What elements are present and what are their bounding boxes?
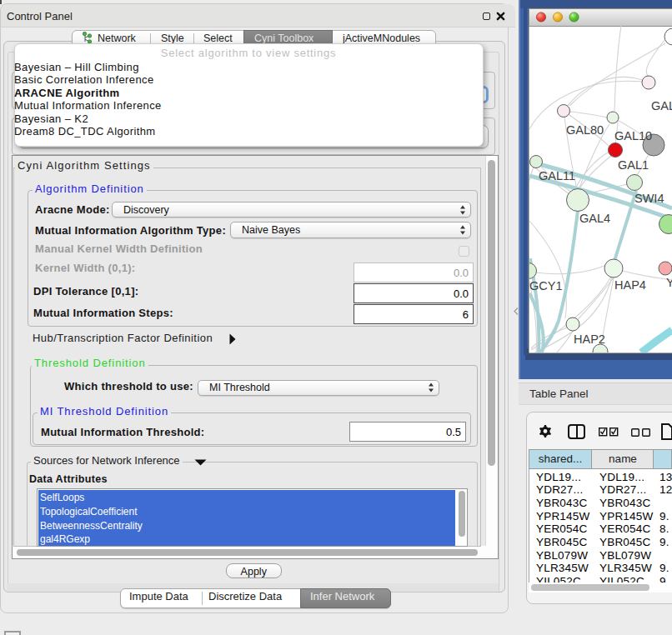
svg-text:GAL4: GAL4 <box>579 212 610 225</box>
svg-text:GAL11: GAL11 <box>539 169 575 182</box>
svg-text:SWI4: SWI4 <box>634 192 664 205</box>
svg-text:GAL7: GAL7 <box>651 99 672 112</box>
svg-text:Y: Y <box>666 276 672 289</box>
svg-text:HAP4: HAP4 <box>614 278 646 292</box>
svg-text:GAL1: GAL1 <box>618 158 649 172</box>
svg-text:HAP2: HAP2 <box>574 332 605 346</box>
svg-text:GAL80: GAL80 <box>566 123 604 137</box>
svg-text:GCY1: GCY1 <box>529 279 563 292</box>
svg-text:GAL10: GAL10 <box>614 129 652 142</box>
